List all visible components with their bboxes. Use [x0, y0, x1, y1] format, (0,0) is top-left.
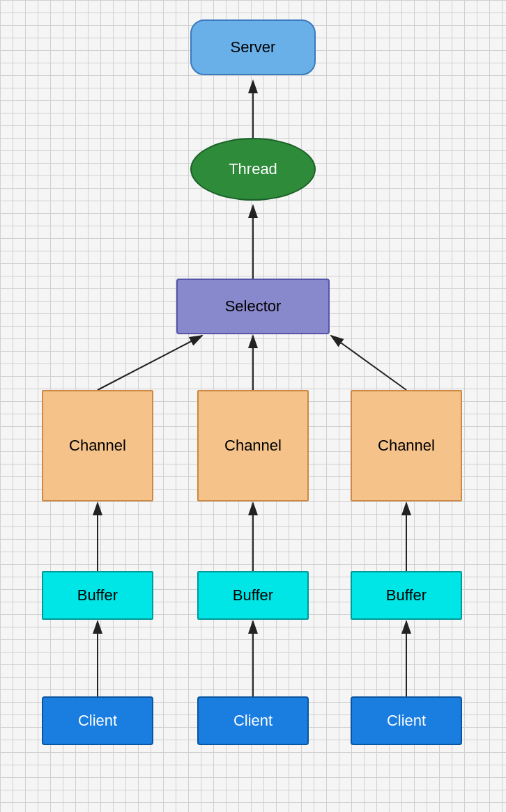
channel1-label: Channel — [69, 437, 126, 455]
client-node-3: Client — [351, 696, 462, 745]
buffer-node-2: Buffer — [197, 571, 309, 620]
buffer-node-3: Buffer — [351, 571, 462, 620]
channel-node-1: Channel — [42, 390, 153, 501]
buffer1-label: Buffer — [77, 586, 118, 604]
client-node-2: Client — [197, 696, 309, 745]
server-node: Server — [190, 19, 316, 75]
svg-line-5 — [331, 336, 406, 390]
channel2-label: Channel — [224, 437, 282, 455]
selector-node: Selector — [176, 279, 330, 334]
svg-line-3 — [98, 336, 202, 390]
diagram-container: Server Thread Selector Channel Channel C… — [0, 0, 506, 812]
client2-label: Client — [233, 712, 273, 730]
selector-label: Selector — [225, 297, 282, 315]
buffer-node-1: Buffer — [42, 571, 153, 620]
channel3-label: Channel — [378, 437, 435, 455]
thread-node: Thread — [190, 138, 316, 201]
thread-label: Thread — [229, 160, 277, 178]
channel-node-2: Channel — [197, 390, 309, 501]
channel-node-3: Channel — [351, 390, 462, 501]
client1-label: Client — [78, 712, 117, 730]
buffer2-label: Buffer — [233, 586, 273, 604]
client-node-1: Client — [42, 696, 153, 745]
client3-label: Client — [387, 712, 426, 730]
server-label: Server — [231, 38, 276, 56]
buffer3-label: Buffer — [386, 586, 427, 604]
